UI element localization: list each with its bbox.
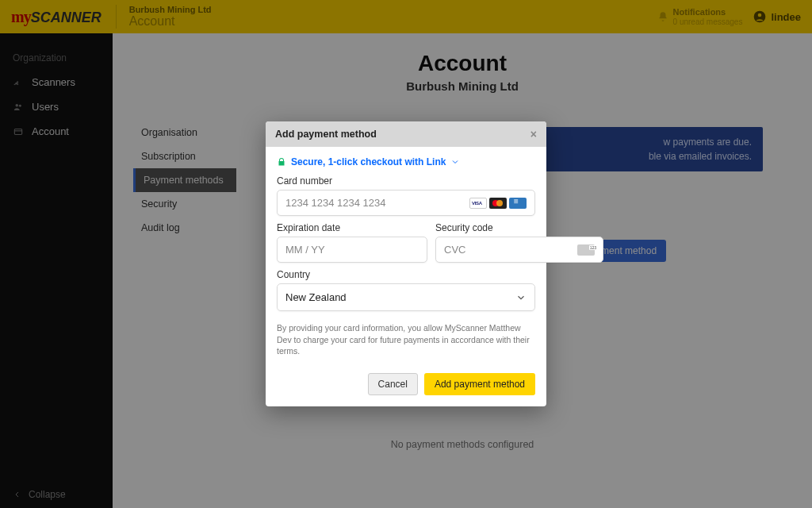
chevron-down-icon: [450, 157, 460, 167]
modal-header: Add payment method ×: [266, 121, 546, 147]
add-payment-method-button[interactable]: Add payment method: [424, 373, 535, 395]
mastercard-icon: [489, 198, 507, 209]
card-number-input-wrap: [277, 190, 535, 216]
modal-footer: Cancel Add payment method: [266, 365, 546, 406]
country-value: New Zealand: [285, 291, 347, 303]
secure-link-text: Secure, 1-click checkout with Link: [291, 156, 446, 167]
amex-icon: [509, 198, 527, 209]
add-payment-modal: Add payment method × Secure, 1-click che…: [266, 121, 546, 406]
cvc-label: Security code: [435, 222, 603, 233]
disclaimer-text: By providing your card information, you …: [277, 322, 535, 357]
country-label: Country: [277, 269, 535, 280]
expiration-label: Expiration date: [277, 222, 427, 233]
card-number-input[interactable]: [285, 197, 469, 209]
card-brand-icons: [469, 198, 527, 209]
country-select[interactable]: New Zealand: [277, 283, 535, 311]
expiration-input[interactable]: [285, 244, 419, 256]
visa-icon: [469, 198, 487, 209]
card-number-label: Card number: [277, 175, 535, 187]
secure-link[interactable]: Secure, 1-click checkout with Link: [277, 156, 535, 167]
lock-icon: [277, 157, 286, 167]
expiration-input-wrap: [277, 237, 427, 263]
cvc-card-icon: [577, 244, 595, 256]
close-icon[interactable]: ×: [530, 128, 537, 140]
cancel-button[interactable]: Cancel: [368, 373, 418, 395]
modal-title: Add payment method: [275, 129, 377, 140]
cvc-input[interactable]: [444, 244, 577, 256]
chevron-down-icon: [515, 292, 527, 303]
cvc-input-wrap: [435, 237, 603, 263]
